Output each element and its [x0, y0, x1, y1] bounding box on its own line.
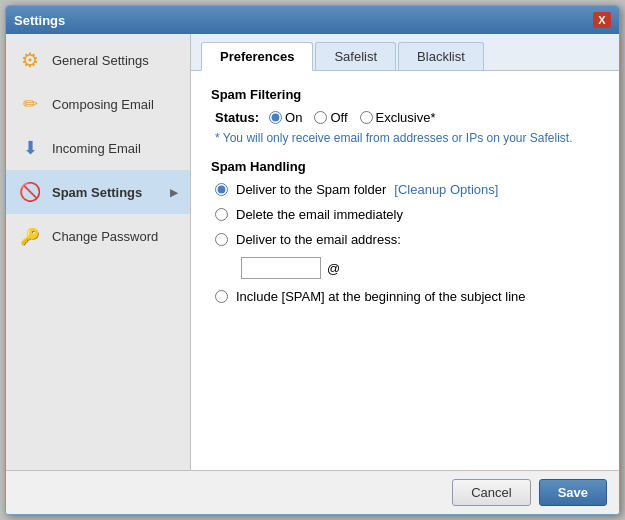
sidebar-label-general: General Settings [52, 53, 178, 68]
radio-on-option[interactable]: On [269, 110, 302, 125]
handling-option-delete: Delete the email immediately [215, 207, 599, 222]
radio-off-option[interactable]: Off [314, 110, 347, 125]
sidebar-label-incoming: Incoming Email [52, 141, 178, 156]
sidebar-item-incoming[interactable]: Incoming Email [6, 126, 190, 170]
sidebar-arrow-icon: ▶ [170, 187, 178, 198]
handling-option-spam-folder: Deliver to the Spam folder [Cleanup Opti… [215, 182, 599, 197]
radio-delete[interactable] [215, 208, 228, 221]
sidebar-label-composing: Composing Email [52, 97, 178, 112]
spam-icon [18, 180, 42, 204]
title-bar: Settings X [6, 6, 619, 34]
dialog-footer: Cancel Save [6, 470, 619, 514]
compose-icon [18, 92, 42, 116]
tab-preferences[interactable]: Preferences [201, 42, 313, 71]
handling-options: Deliver to the Spam folder [Cleanup Opti… [215, 182, 599, 304]
sidebar-item-spam[interactable]: Spam Settings ▶ [6, 170, 190, 214]
handling-option-subject: Include [SPAM] at the beginning of the s… [215, 289, 599, 304]
settings-dialog: Settings X General Settings Composing Em… [5, 5, 620, 515]
safelist-notice: You will only receive email from address… [215, 131, 599, 145]
tab-bar: Preferences Safelist Blacklist [191, 34, 619, 71]
radio-exclusive-option[interactable]: Exclusive* [360, 110, 436, 125]
sidebar-label-spam: Spam Settings [52, 185, 160, 200]
radio-email-address[interactable] [215, 233, 228, 246]
radio-on[interactable] [269, 111, 282, 124]
radio-exclusive-label: Exclusive* [376, 110, 436, 125]
email-input-row: @ [241, 257, 599, 279]
spam-folder-label: Deliver to the Spam folder [236, 182, 386, 197]
sidebar: General Settings Composing Email Incomin… [6, 34, 191, 470]
sidebar-item-password[interactable]: Change Password [6, 214, 190, 258]
key-icon [18, 224, 42, 248]
spam-handling-title: Spam Handling [211, 159, 599, 174]
cleanup-options-link[interactable]: [Cleanup Options] [394, 182, 498, 197]
sidebar-item-composing[interactable]: Composing Email [6, 82, 190, 126]
gear-icon [18, 48, 42, 72]
status-label: Status: [215, 110, 259, 125]
inbox-icon [18, 136, 42, 160]
dialog-title: Settings [14, 13, 65, 28]
radio-off-label: Off [330, 110, 347, 125]
at-sign: @ [327, 261, 340, 276]
tab-blacklist[interactable]: Blacklist [398, 42, 484, 70]
close-button[interactable]: X [593, 12, 611, 28]
subject-label: Include [SPAM] at the beginning of the s… [236, 289, 526, 304]
radio-spam-folder[interactable] [215, 183, 228, 196]
delete-label: Delete the email immediately [236, 207, 403, 222]
email-address-label: Deliver to the email address: [236, 232, 401, 247]
main-content: Preferences Safelist Blacklist Spam Filt… [191, 34, 619, 470]
tab-safelist[interactable]: Safelist [315, 42, 396, 70]
radio-subject[interactable] [215, 290, 228, 303]
cancel-button[interactable]: Cancel [452, 479, 530, 506]
radio-exclusive[interactable] [360, 111, 373, 124]
handling-option-email-address: Deliver to the email address: [215, 232, 599, 247]
radio-off[interactable] [314, 111, 327, 124]
status-row: Status: On Off Exclusive* [215, 110, 599, 125]
sidebar-item-general[interactable]: General Settings [6, 38, 190, 82]
tab-content-preferences: Spam Filtering Status: On Off Exclusive* [191, 71, 619, 470]
spam-filtering-title: Spam Filtering [211, 87, 599, 102]
save-button[interactable]: Save [539, 479, 607, 506]
dialog-body: General Settings Composing Email Incomin… [6, 34, 619, 470]
radio-on-label: On [285, 110, 302, 125]
email-input[interactable] [241, 257, 321, 279]
sidebar-label-password: Change Password [52, 229, 178, 244]
